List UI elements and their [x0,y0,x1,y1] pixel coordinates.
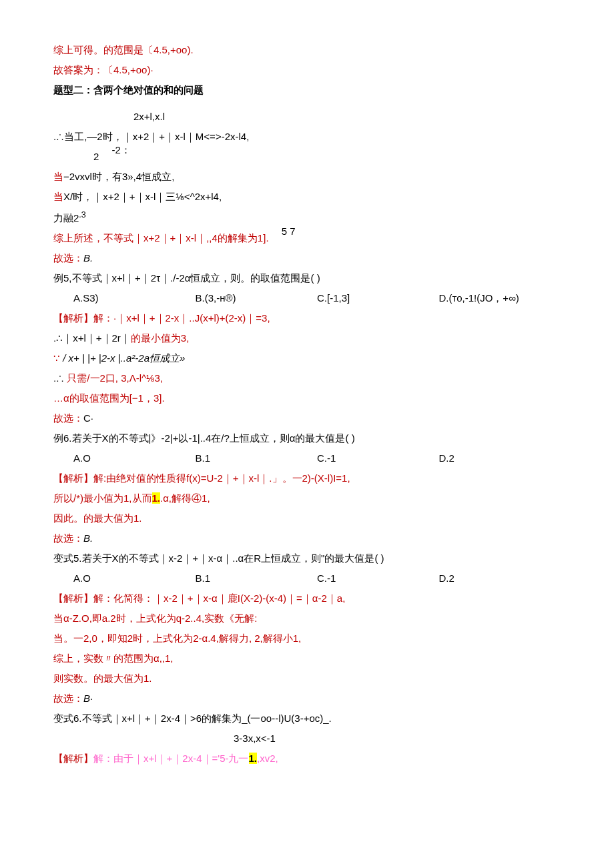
analysis-6-so: 所以/*) [53,492,83,504]
summary-solution-1: 综上所述，不等式｜x+2｜+｜x-l｜,,4的解集为1]. 5 7 [53,228,561,248]
analysis-5-line-1: 【解析】解：·｜x+l｜+｜2-x｜..J(x+l)+(2-x)｜=3, [53,308,561,328]
section-title-2: 题型二：含两个绝对值的和的问题 [53,80,561,100]
analysis-v5-line-3: 当。一2,0，即知2时，上式化为2-α.4,解得力, 2,解得小1, [53,628,561,648]
opt-3-d: D.2 [439,568,561,588]
opt-2-c: C.-1 [317,448,439,468]
analysis-6-line-1: 【解析】解:由绝对值的性质得f(x)=U-2｜+｜x-l｜.」。一2)-(X-l… [53,468,561,488]
frac-num: -2： [102,144,131,155]
choice-label-2: 故选： [53,412,83,424]
choice-value-2: C· [83,412,93,424]
frac-line-2: 力融2.3 [53,207,561,228]
analysis-5-ineq: / x+ | |+ |2-x |..a²-2a恒成立» [63,352,185,364]
options-row-2: A.O B.1 C.-1 D.2 [53,448,561,468]
choice-value-3: B. [83,532,93,544]
summary-line-1: 综上可得。的范围是〔4.5,+oo). [53,40,561,60]
choice-label-4: 故选： [53,693,83,704]
case-text-3: X/时，｜x+2｜+｜x-l｜三⅛<^2x+l4, [63,191,222,202]
frac-base-2: 力融2 [53,212,79,224]
opt-3-a: A.O [53,568,196,588]
analysis-v6-tail: ,xv2, [257,753,278,764]
highlight-1: 1. [152,492,161,504]
when-label-2: 当 [53,191,63,202]
frac-line-1: 2 -2： [53,147,561,167]
options-row-3: A.O B.1 C.-1 D.2 [53,568,561,588]
opt-2-b: B.1 [196,448,318,468]
opt-3-b: B.1 [196,568,318,588]
case-text-2: −2vxvl时，有3»,4恒成立, [63,171,174,182]
when-label-3: 当 [53,612,63,624]
analysis-v5-line-2: 当α-Z.O,即a.2时，上式化为q-2..4,实数《无解: [53,608,561,628]
choice-result-2: 故选：C· [53,408,561,428]
frac-denom: 2 [53,151,99,162]
opt-2-a: A.O [53,448,196,468]
analysis-6-solve: .α,解得④1, [160,492,210,504]
analysis-5-min: 的最小值为3, [131,332,190,344]
case-line-2: 当−2vxvl时，有3»,4恒成立, [53,167,561,187]
analysis-6-line-2: 所以/*)最小值为1,从而1..α,解得④1, [53,488,561,508]
analysis-v5-case1: α-Z.O,即a.2时，上式化为q-2..4,实数《无解: [63,612,257,624]
opt-1-d: D.(то,-1!(JO，+∞) [439,288,561,308]
therefore-symbol-1: .∴ [53,372,67,384]
analysis-5-need: 只需/一2口, 3,Λ-l^⅛3, [67,372,163,384]
choice-label-3: 故选： [53,532,83,544]
when-label-1: 当 [53,171,63,182]
summary-red-1: 综上所述，不等式｜x+2｜+｜x-l｜,,4的解集为1]. [53,232,269,244]
analysis-v6-text: 解：由于｜x+l｜+｜2x-4｜='5-九一 [93,753,249,764]
opt-3-c: C.-1 [317,568,439,588]
choice-value-4: B· [83,693,93,704]
frac-sup-2: .3 [79,210,85,220]
since-label-1: ∵ [53,352,63,364]
analysis-6-max: 因此。的最大值为1. [53,508,561,528]
analysis-v5-line-1: 【解析】解：化简得：｜x-2｜+｜x-α｜鹿I(X-2)-(x-4)｜=｜α-2… [53,588,561,608]
summary-sup-1: 5 7 [272,226,296,237]
choice-result-1: 故选：B. [53,248,561,268]
opt-1-a: A.S3) [53,288,196,308]
analysis-v5-line-5: 则实数。的最大值为1. [53,669,561,689]
example-6: 例6.若关于X的不等式|》-2|+以-1|..4在/?上恒成立，则α的最大值是(… [53,428,561,448]
case-line-3: 当X/时，｜x+2｜+｜x-l｜三⅛<^2x+l4, [53,187,561,207]
opt-1-c: C.[-1,3] [317,288,439,308]
analysis-label-v6: 【解析】 [53,753,93,764]
piecewise-line-1: 2x+l,x.l [53,107,561,127]
analysis-5-range: …α的取值范围为[−1，3]. [53,388,561,408]
variant-5: 变式5.若关于X的不等式｜x-2｜+｜x-α｜..α在R上恒成立，则"的最大值是… [53,548,561,568]
example-5: 例5,不等式｜x+l｜+｜2τ｜./-2α恒成立，则。的取值范围是( ) [53,268,561,288]
piecewise-line-2: 3-3x,x<-1 [53,729,561,749]
variant-6: 变式6.不等式｜x+l｜+｜2x-4｜>6的解集为_(一oo--l)U(3-+o… [53,709,561,729]
answer-line-1: 故答案为：〔4.5,+oo)· [53,60,561,80]
choice-value-1: B. [83,252,93,264]
analysis-5-expr: .∴｜x+l｜+｜2r｜ [53,332,131,344]
options-row-1: A.S3) B.(3,-н®) C.[-1,3] D.(то,-1!(JO，+∞… [53,288,561,308]
analysis-5-line-2: .∴｜x+l｜+｜2r｜的最小值为3, [53,328,561,348]
choice-result-3: 故选：B. [53,528,561,548]
opt-2-d: D.2 [439,448,561,468]
analysis-5-line-4: .∴ 只需/一2口, 3,Λ-l^⅛3, [53,368,561,388]
highlight-2: 1. [249,753,258,764]
choice-label-1: 故选： [53,252,83,264]
analysis-5-line-3: ∵ / x+ | |+ |2-x |..a²-2a恒成立» [53,348,561,368]
analysis-v5-line-4: 综上，实数〃的范围为α,,1, [53,648,561,669]
analysis-v6-line-1: 【解析】解：由于｜x+l｜+｜2x-4｜='5-九一1.,xv2, [53,749,561,769]
opt-1-b: B.(3,-н®) [196,288,318,308]
choice-result-4: 故选：B· [53,689,561,709]
analysis-6-min: 最小值为1,从而 [83,492,152,504]
